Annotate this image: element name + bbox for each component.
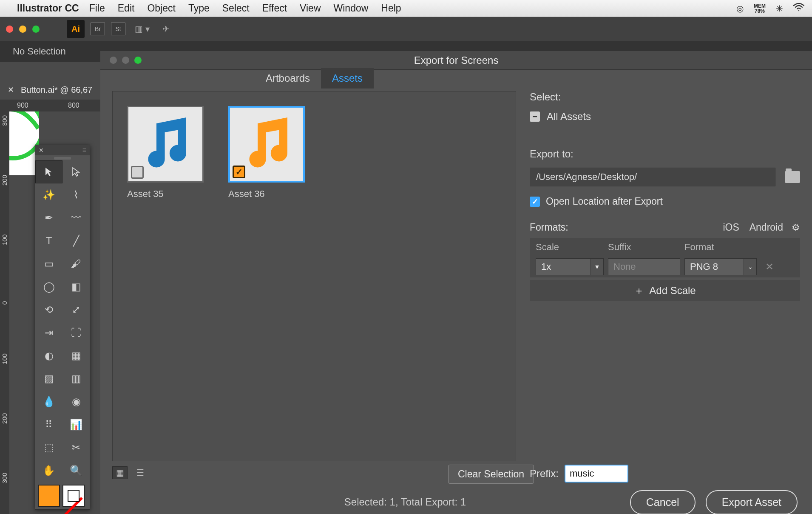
rectangle-tool[interactable]: ▭: [35, 252, 62, 275]
pen-tool[interactable]: ✒: [35, 206, 62, 229]
stock-button[interactable]: St: [111, 23, 125, 35]
magic-wand-tool[interactable]: ✨: [35, 183, 62, 206]
panel-grip-icon[interactable]: ≡: [82, 146, 86, 154]
hand-tool[interactable]: ✋: [35, 459, 62, 482]
export-path-field[interactable]: /Users/Agnese/Desktop/: [530, 168, 775, 186]
menu-type[interactable]: Type: [188, 3, 210, 14]
assets-grid-pane: Asset 35 ✓ Asset 36: [112, 91, 516, 461]
menu-select[interactable]: Select: [222, 3, 250, 14]
format-settings-gear-icon[interactable]: ⚙: [792, 222, 800, 233]
blend-tool[interactable]: ◉: [62, 390, 90, 413]
dialog-minimize-icon[interactable]: [122, 57, 129, 64]
suffix-input[interactable]: None: [608, 258, 680, 275]
type-tool[interactable]: T: [35, 229, 62, 252]
selection-tool[interactable]: [35, 160, 62, 183]
close-panel-icon[interactable]: ✕: [39, 147, 44, 154]
tab-assets[interactable]: Assets: [321, 68, 374, 89]
all-assets-toggle[interactable]: − All Assets: [530, 111, 800, 123]
close-tab-icon[interactable]: ✕: [8, 85, 14, 94]
ruler-mark: 100: [1, 234, 8, 245]
zoom-tool[interactable]: 🔍: [62, 459, 90, 482]
mesh-tool[interactable]: ▨: [35, 367, 62, 390]
curvature-tool[interactable]: 〰: [62, 206, 90, 229]
cancel-button[interactable]: Cancel: [630, 490, 696, 514]
menu-object[interactable]: Object: [147, 3, 175, 14]
shaper-tool[interactable]: ◯: [35, 275, 62, 298]
chevron-down-icon[interactable]: ▼: [591, 259, 603, 275]
creative-cloud-icon[interactable]: ◎: [736, 3, 744, 14]
col-scale: Scale: [536, 242, 608, 253]
window-zoom-icon[interactable]: [32, 26, 40, 33]
tab-artboards[interactable]: Artboards: [255, 68, 321, 89]
drag-handle-icon[interactable]: [54, 157, 71, 160]
open-location-checkbox[interactable]: ✓: [530, 197, 540, 207]
asset-thumb[interactable]: Asset 35: [127, 106, 204, 200]
app-name[interactable]: Illustrator CC: [17, 3, 79, 14]
chevron-down-icon[interactable]: ⌄: [744, 259, 756, 275]
dialog-close-icon[interactable]: [110, 57, 117, 64]
lasso-tool[interactable]: ⌇: [62, 183, 90, 206]
menu-view[interactable]: View: [300, 3, 321, 14]
add-scale-button[interactable]: ＋ Add Scale: [530, 280, 800, 301]
app-toolbar: Ai Br St ▥ ▾ ✈: [0, 17, 812, 41]
indeterminate-checkbox-icon[interactable]: −: [530, 111, 540, 122]
menu-edit[interactable]: Edit: [118, 3, 135, 14]
stroke-swatch[interactable]: [62, 485, 85, 507]
rotate-tool[interactable]: ⟲: [35, 298, 62, 321]
window-close-icon[interactable]: [6, 26, 13, 33]
menu-window[interactable]: Window: [334, 3, 369, 14]
menu-effect[interactable]: Effect: [262, 3, 287, 14]
scale-select[interactable]: 1x▼: [536, 258, 604, 275]
eraser-tool[interactable]: ◧: [62, 275, 90, 298]
scale-tool[interactable]: ⤢: [62, 298, 90, 321]
export-to-label: Export to:: [530, 148, 800, 160]
eyedropper-tool[interactable]: 💧: [35, 390, 62, 413]
gpu-preview-icon[interactable]: ✈: [159, 22, 173, 36]
dialog-zoom-icon[interactable]: [134, 57, 142, 64]
bridge-button[interactable]: Br: [91, 23, 105, 35]
asset-label: Asset 35: [127, 188, 204, 200]
column-graph-tool[interactable]: 📊: [62, 413, 90, 436]
paintbrush-tool[interactable]: 🖌: [62, 252, 90, 275]
artboard-tool[interactable]: ⬚: [35, 436, 62, 459]
horizontal-ruler: 900 800: [0, 100, 102, 111]
asset-thumb[interactable]: ✓ Asset 36: [228, 106, 305, 200]
wifi-icon[interactable]: [793, 3, 804, 14]
export-for-screens-dialog: Export for Screens Artboards Assets Asse…: [100, 51, 812, 514]
format-select[interactable]: PNG 8⌄: [684, 258, 757, 275]
export-status: Selected: 1, Total Export: 1: [344, 496, 466, 508]
clear-selection-button[interactable]: Clear Selection: [448, 465, 534, 484]
sync-icon[interactable]: ✳: [776, 3, 783, 14]
choose-folder-icon[interactable]: [785, 171, 800, 183]
free-transform-tool[interactable]: ⛶: [62, 321, 90, 344]
menu-file[interactable]: File: [89, 3, 105, 14]
remove-row-icon[interactable]: ✕: [765, 261, 774, 273]
slice-tool[interactable]: ✂: [62, 436, 90, 459]
gradient-tool[interactable]: ▥: [62, 367, 90, 390]
symbol-sprayer-tool[interactable]: ⠿: [35, 413, 62, 436]
asset-check-icon[interactable]: ✓: [233, 166, 245, 178]
width-tool[interactable]: ⇥: [35, 321, 62, 344]
grid-view-icon[interactable]: ▦: [112, 466, 128, 479]
prefix-input[interactable]: [565, 465, 628, 483]
asset-thumb-box[interactable]: [127, 106, 204, 183]
direct-selection-tool[interactable]: [62, 160, 90, 183]
line-tool[interactable]: ╱: [62, 229, 90, 252]
open-location-label: Open Location after Export: [546, 196, 663, 207]
mac-menubar: Illustrator CC File Edit Object Type Sel…: [0, 0, 812, 17]
fill-swatch[interactable]: [38, 485, 60, 507]
asset-check-icon[interactable]: [131, 166, 144, 179]
list-view-icon[interactable]: ☰: [133, 466, 148, 479]
perspective-grid-tool[interactable]: ▦: [62, 344, 90, 367]
menu-help[interactable]: Help: [381, 3, 401, 14]
arrange-documents-icon[interactable]: ▥ ▾: [131, 22, 153, 36]
android-preset-button[interactable]: Android: [750, 222, 783, 233]
ios-preset-button[interactable]: iOS: [723, 222, 739, 233]
export-asset-button[interactable]: Export Asset: [706, 490, 798, 514]
document-tab[interactable]: ✕ Button.ai* @ 66,67: [0, 81, 102, 99]
asset-thumb-box[interactable]: ✓: [228, 106, 305, 183]
memory-indicator: MEM 78%: [754, 3, 766, 14]
ruler-mark: 0: [1, 301, 8, 305]
window-minimize-icon[interactable]: [19, 26, 26, 33]
shape-builder-tool[interactable]: ◐: [35, 344, 62, 367]
